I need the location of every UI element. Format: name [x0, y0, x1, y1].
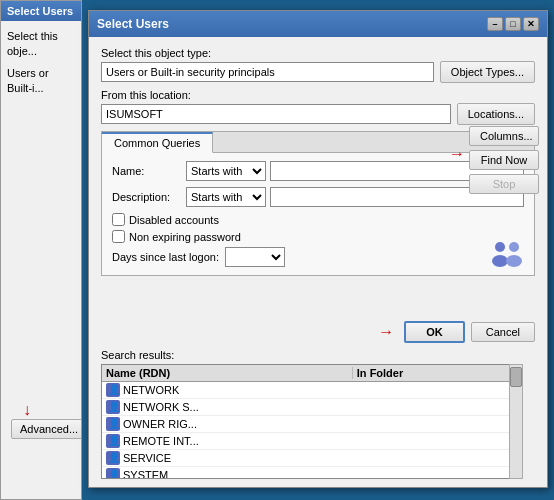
days-logon-row: Days since last logon:	[112, 247, 524, 267]
result-name: REMOTE INT...	[123, 435, 199, 447]
bg-content: Select this obje... Users or Built-i...	[1, 21, 81, 111]
action-buttons: Columns... Find Now Stop	[469, 126, 539, 194]
table-row[interactable]: NETWORK S...	[102, 399, 520, 416]
locations-button[interactable]: Locations...	[457, 103, 535, 125]
maximize-button[interactable]: □	[505, 17, 521, 31]
results-rows: NETWORKNETWORK S...OWNER RIG...REMOTE IN…	[102, 382, 520, 479]
bg-text1: Select this obje...	[7, 29, 75, 60]
result-name: SYSTEM	[123, 469, 168, 479]
desc-query-select[interactable]: Starts with	[186, 187, 266, 207]
ok-arrow-icon: →	[378, 323, 394, 341]
find-now-button[interactable]: Find Now	[469, 150, 539, 170]
bg-text2: Users or Built-i...	[7, 66, 75, 97]
table-row[interactable]: SERVICE	[102, 450, 520, 467]
results-container: Name (RDN) In Folder NETWORKNETWORK S...…	[101, 364, 535, 479]
bg-titlebar: Select Users	[1, 1, 81, 21]
results-header: Name (RDN) In Folder	[102, 365, 520, 382]
svg-point-3	[506, 255, 522, 267]
results-table: Name (RDN) In Folder NETWORKNETWORK S...…	[101, 364, 521, 479]
location-row: Locations...	[101, 103, 535, 125]
people-icon	[487, 239, 527, 276]
close-button[interactable]: ✕	[523, 17, 539, 31]
table-row[interactable]: NETWORK	[102, 382, 520, 399]
disabled-accounts-checkbox[interactable]	[112, 213, 125, 226]
disabled-accounts-row: Disabled accounts	[112, 213, 524, 226]
dialog-title: Select Users	[97, 17, 169, 31]
name-query-select[interactable]: Starts with	[186, 161, 266, 181]
table-row[interactable]: REMOTE INT...	[102, 433, 520, 450]
minimize-button[interactable]: –	[487, 17, 503, 31]
titlebar-controls: – □ ✕	[487, 17, 539, 31]
dialog-titlebar: Select Users – □ ✕	[89, 11, 547, 37]
result-name: NETWORK	[123, 384, 179, 396]
svg-point-1	[492, 255, 508, 267]
object-type-input[interactable]	[101, 62, 434, 82]
days-logon-select[interactable]	[225, 247, 285, 267]
user-icon	[106, 417, 120, 431]
select-users-dialog: Select Users – □ ✕ Select this object ty…	[88, 10, 548, 488]
user-icon	[106, 451, 120, 465]
svg-point-2	[509, 242, 519, 252]
columns-button[interactable]: Columns...	[469, 126, 539, 146]
user-icon	[106, 400, 120, 414]
ok-button[interactable]: OK	[404, 321, 465, 343]
user-icon	[106, 383, 120, 397]
name-query-label: Name:	[112, 165, 182, 177]
tab-common-queries[interactable]: Common Queries	[102, 132, 213, 153]
find-now-arrow-icon: →	[449, 145, 465, 163]
user-icon	[106, 468, 120, 479]
col-header-folder: In Folder	[353, 367, 520, 379]
result-name: OWNER RIG...	[123, 418, 197, 430]
background-window: Select Users Select this obje... Users o…	[0, 0, 82, 500]
name-query-row: Name: Starts with	[112, 161, 524, 181]
bg-advanced-button[interactable]: Advanced...	[11, 419, 82, 439]
search-results-section: Search results: Name (RDN) In Folder NET…	[89, 349, 547, 487]
disabled-accounts-label: Disabled accounts	[129, 214, 219, 226]
results-scrollbar[interactable]	[509, 364, 523, 479]
location-input[interactable]	[101, 104, 451, 124]
desc-query-label: Description:	[112, 191, 182, 203]
object-type-label: Select this object type:	[101, 47, 535, 59]
non-expiring-label: Non expiring password	[129, 231, 241, 243]
bg-title-text: Select Users	[7, 5, 73, 17]
result-name: SERVICE	[123, 452, 171, 464]
col-header-name: Name (RDN)	[102, 367, 353, 379]
desc-query-row: Description: Starts with	[112, 187, 524, 207]
bg-arrow-icon: ↓	[23, 401, 31, 419]
location-label: From this location:	[101, 89, 535, 101]
search-results-label: Search results:	[101, 349, 535, 361]
table-row[interactable]: SYSTEM	[102, 467, 520, 479]
non-expiring-checkbox[interactable]	[112, 230, 125, 243]
table-row[interactable]: OWNER RIG...	[102, 416, 520, 433]
cancel-button[interactable]: Cancel	[471, 322, 535, 342]
non-expiring-row: Non expiring password	[112, 230, 524, 243]
svg-point-0	[495, 242, 505, 252]
user-icon	[106, 434, 120, 448]
object-type-row: Object Types...	[101, 61, 535, 83]
object-types-button[interactable]: Object Types...	[440, 61, 535, 83]
days-logon-label: Days since last logon:	[112, 251, 219, 263]
scrollbar-thumb	[510, 367, 522, 387]
ok-cancel-row: → OK Cancel	[89, 315, 547, 349]
result-name: NETWORK S...	[123, 401, 199, 413]
stop-button[interactable]: Stop	[469, 174, 539, 194]
